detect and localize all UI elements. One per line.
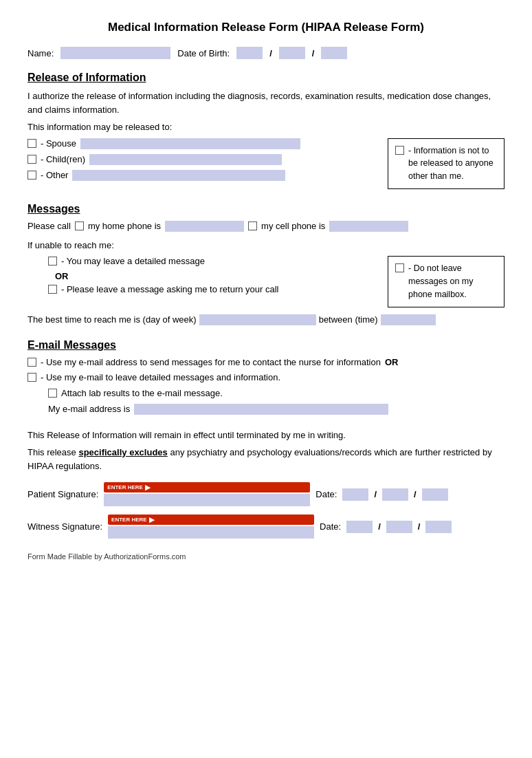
name-input[interactable] <box>60 47 170 59</box>
patient-enter-here-badge: ENTER HERE <box>104 482 310 492</box>
detail-msg-label: - You may leave a detailed message <box>61 256 205 266</box>
email-use-checkbox1[interactable] <box>27 358 36 367</box>
dob-slash1: / <box>269 48 272 58</box>
please-call-text: Please call <box>27 221 71 231</box>
children-checkbox[interactable] <box>27 155 36 164</box>
attach-checkbox[interactable] <box>48 389 57 398</box>
not-release-label: - Information is not to be released to a… <box>408 144 497 183</box>
do-not-leave-box: - Do not leave messages on my phone mail… <box>388 256 505 307</box>
witness-enter-here-badge: ENTER HERE <box>108 515 314 525</box>
do-not-leave-checkbox[interactable] <box>395 263 404 272</box>
patient-date-day[interactable] <box>382 488 408 501</box>
release-para2: This information may be released to: <box>27 120 505 134</box>
email-heading: E-mail Messages <box>27 339 505 351</box>
return-call-label: - Please leave a message asking me to re… <box>61 284 279 294</box>
excludes-pre: This release <box>27 447 76 457</box>
effect-line: This Release of Information will remain … <box>27 429 505 442</box>
children-label: - Child(ren) <box>41 154 85 164</box>
or-text: OR <box>55 271 377 281</box>
spouse-input[interactable] <box>80 138 300 149</box>
patient-date-label: Date: <box>315 489 337 499</box>
dob-slash2: / <box>312 48 315 58</box>
cell-phone-text: my cell phone is <box>261 221 325 231</box>
email-line2: - Use my e-mail to leave detailed messag… <box>41 372 280 382</box>
best-time-text: The best time to reach me is (day of wee… <box>27 314 197 325</box>
name-label: Name: <box>27 48 54 58</box>
release-heading: Release of Information <box>27 72 505 84</box>
spouse-checkbox[interactable] <box>27 139 36 148</box>
messages-heading: Messages <box>27 203 505 215</box>
unable-text: If unable to reach me: <box>27 239 505 252</box>
form-title: Medical Information Release Form (HIPAA … <box>27 21 505 34</box>
home-phone-checkbox[interactable] <box>75 221 84 230</box>
patient-sig-label: Patient Signature: <box>27 489 98 499</box>
excludes-line: This release specifically excludes any p… <box>27 446 505 473</box>
do-not-leave-label: - Do not leave messages on my phone mail… <box>408 262 497 301</box>
witness-date-year[interactable] <box>425 521 452 533</box>
specifically-excludes: specifically excludes <box>78 447 167 457</box>
other-checkbox[interactable] <box>27 171 36 180</box>
email-line1: - Use my e-mail address to send messages… <box>41 357 381 367</box>
patient-sig-input[interactable] <box>104 494 310 506</box>
email-or-label: OR <box>385 357 399 367</box>
other-label: - Other <box>41 170 68 180</box>
witness-date-slash1: / <box>378 521 381 532</box>
spouse-label: - Spouse <box>41 138 76 149</box>
return-call-checkbox[interactable] <box>48 285 57 294</box>
witness-date-label: Date: <box>320 521 341 532</box>
email-addr-input[interactable] <box>134 404 388 415</box>
not-release-box: - Information is not to be released to a… <box>388 138 505 189</box>
home-phone-input[interactable] <box>165 221 244 232</box>
dob-year-input[interactable] <box>321 47 347 59</box>
cell-phone-input[interactable] <box>329 221 408 232</box>
dob-label: Date of Birth: <box>177 48 230 58</box>
dob-month-input[interactable] <box>236 47 263 59</box>
best-time-input[interactable] <box>199 314 316 325</box>
phone-inputs-top: Please call my home phone is my cell pho… <box>27 221 408 232</box>
witness-date-day[interactable] <box>386 521 412 533</box>
other-input[interactable] <box>72 170 285 181</box>
patient-date-month[interactable] <box>342 488 368 501</box>
detail-msg-checkbox[interactable] <box>48 257 57 266</box>
not-release-checkbox[interactable] <box>395 146 404 155</box>
patient-date-slash2: / <box>414 489 417 499</box>
messages-top-label: Please call my home phone is my cell pho… <box>27 221 408 232</box>
email-use-checkbox2[interactable] <box>27 373 36 382</box>
cell-phone-checkbox[interactable] <box>248 221 257 230</box>
between-text: between (time) <box>319 314 378 325</box>
email-addr-label: My e-mail address is <box>48 404 130 414</box>
witness-date-month[interactable] <box>346 521 373 533</box>
between-input[interactable] <box>381 314 436 325</box>
witness-sig-label: Witness Signature: <box>27 521 102 532</box>
witness-date-slash2: / <box>418 521 421 532</box>
children-input[interactable] <box>89 154 282 165</box>
release-para1: I authorize the release of information i… <box>27 89 505 116</box>
patient-date-year[interactable] <box>422 488 448 501</box>
witness-sig-input[interactable] <box>108 526 314 539</box>
dob-day-input[interactable] <box>279 47 305 59</box>
page-footer: Form Made Fillable by AuthorizationForms… <box>27 552 505 561</box>
patient-date-slash1: / <box>374 489 377 499</box>
home-phone-text: my home phone is <box>88 221 161 231</box>
attach-label: Attach lab results to the e-mail message… <box>61 388 223 398</box>
